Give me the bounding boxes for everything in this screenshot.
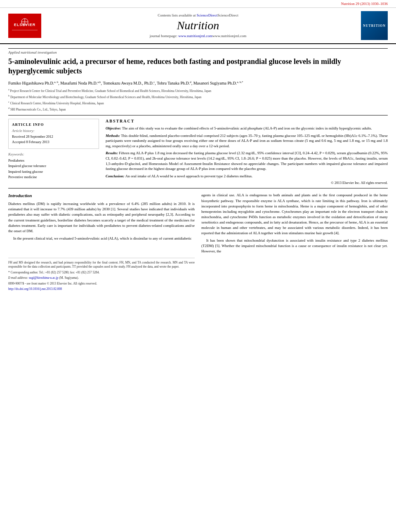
abstract-objective: Objective: The aim of this study was to … <box>106 126 388 131</box>
journal-center: Contents lists available at ScienceDirec… <box>41 13 355 38</box>
conclusion-text: An oral intake of ALA would be a novel a… <box>125 174 252 178</box>
top-bar: Nutrition 29 (2013) 1030–1036 <box>0 0 396 8</box>
keyword-1: Prediabetes <box>8 158 99 164</box>
doi-text: http://dx.doi.org/10.1016/j.nut.2013.02.… <box>8 287 195 292</box>
intro-para1: Diabetes mellitus (DM) is rapidly increa… <box>8 201 195 233</box>
email-label: E-mail address: <box>8 276 28 280</box>
citation-text: Nutrition 29 (2013) 1030–1036 <box>341 2 388 6</box>
abstract-methods: Methods: This double-blind, randomized p… <box>106 133 388 149</box>
body-section: Introduction Diabetes mellitus (DM) is r… <box>8 193 388 292</box>
abstract-title: ABSTRACT <box>106 119 388 123</box>
history-label: Article history: <box>12 128 95 134</box>
footnote-area: FH and MS designed the research, and had… <box>8 258 195 292</box>
affiliation-b: b Department of Molecular Microbiology a… <box>8 94 388 99</box>
sciencedirect-link[interactable]: ScienceDirect <box>197 13 217 17</box>
date-section: Article history: Received 28 September 2… <box>12 128 95 145</box>
keywords-label: Keywords: <box>8 152 99 156</box>
article-info-box: ARTICLE INFO Article history: Received 2… <box>8 119 99 149</box>
article-info-abstract: ARTICLE INFO Article history: Received 2… <box>8 119 388 185</box>
intro-para4: It has been shown that mitochondrial dys… <box>201 238 388 254</box>
page-wrapper: Nutrition 29 (2013) 1030–1036 ELSEVIER <box>0 0 396 297</box>
keywords-section: Keywords: Prediabetes Impaired glucose t… <box>8 152 99 180</box>
abstract-copyright: © 2013 Elsevier Inc. All rights reserved… <box>106 181 388 185</box>
nutrition-badge: NUTRITION <box>361 11 388 40</box>
contents-text: Contents lists available at <box>158 13 196 17</box>
doi-link[interactable]: http://dx.doi.org/10.1016/j.nut.2013.02.… <box>8 287 62 291</box>
abstract-results: Results: Fifteen mg ALA-P plus 1.8 mg ir… <box>106 151 388 171</box>
article-info-title: ARTICLE INFO <box>12 122 95 127</box>
keyword-3: Impaired fasting glucose <box>8 169 99 175</box>
authors-line: Fumiko Higashikawa Ph.D.a, b, Masafumi N… <box>8 80 388 85</box>
affiliation-d: d SBI Pharmaceuticals Co., Ltd., Tokyo, … <box>8 106 388 112</box>
contents-line: Contents lists available at ScienceDirec… <box>41 13 355 17</box>
divider-1 <box>8 115 388 115</box>
abstract-conclusion: Conclusion: An oral intake of ALA would … <box>106 174 388 179</box>
article-title: 5-aminolevulinic acid, a precursor of he… <box>8 57 388 76</box>
intro-para2: In the present clinical trial, we evalua… <box>8 236 195 241</box>
affiliation-c: c Clinical Research Center, Hiroshima Un… <box>8 100 388 106</box>
body-col-left: Introduction Diabetes mellitus (DM) is r… <box>8 193 195 292</box>
received-date: Received 28 September 2012 <box>12 134 95 140</box>
results-text: Fifteen mg ALA-P plus 1.8 mg iron decrea… <box>106 151 388 171</box>
keyword-2: Impaired glucose tolerance <box>8 163 99 169</box>
intro-para3: agents in clinical use. ALA is endogenou… <box>201 193 388 235</box>
body-col-right: agents in clinical use. ALA is endogenou… <box>201 193 388 292</box>
methods-text: This double-blind, randomized placebo-co… <box>106 134 388 148</box>
footnote-1: FH and MS designed the research, and had… <box>8 261 195 269</box>
footnote-3: E-mail address: sugi@hiroshima-u.ac.jp (… <box>8 276 195 280</box>
keyword-4: Preventive medicine <box>8 174 99 180</box>
elsevier-logo: ELSEVIER <box>8 14 41 38</box>
abstract-section: ABSTRACT Objective: The aim of this stud… <box>106 119 388 185</box>
two-col-body: Introduction Diabetes mellitus (DM) is r… <box>8 193 388 292</box>
affiliation-a: a Project Research Center for Clinical T… <box>8 88 388 93</box>
issn-text: 0899-9007/$ - see front matter © 2013 El… <box>8 282 195 286</box>
divider-2 <box>8 188 388 188</box>
journal-header: ELSEVIER Contents lists available at Sci… <box>0 8 396 44</box>
homepage-text: journal homepage: <box>150 34 177 38</box>
authors-full: Fumiko Higashikawa Ph.D.a, b, Masafumi N… <box>8 81 243 85</box>
footnote-2: * Corresponding author. Tel.: +81 (82) 2… <box>8 271 195 275</box>
homepage-link[interactable]: www.nutritionjrnl.com <box>178 34 212 38</box>
methods-label: Methods: <box>106 134 121 138</box>
affiliations: a Project Research Center for Clinical T… <box>8 88 388 112</box>
section-tag: Applied nutritional investigation <box>8 48 388 54</box>
journal-logo-right: NUTRITION <box>355 11 388 40</box>
accepted-date: Accepted 8 February 2013 <box>12 139 95 145</box>
results-label: Results: <box>106 151 119 155</box>
objective-text: The aim of this study was to evaluate th… <box>122 126 372 130</box>
badge-text: NUTRITION <box>363 24 386 28</box>
left-col: ARTICLE INFO Article history: Received 2… <box>8 119 99 185</box>
intro-heading: Introduction <box>8 193 195 199</box>
article-content: Applied nutritional investigation 5-amin… <box>0 44 396 297</box>
conclusion-label: Conclusion: <box>106 174 125 178</box>
homepage-line: journal homepage: www.nutritionjrnl.comw… <box>41 34 355 38</box>
email-link[interactable]: sugi@hiroshima-u.ac.jp <box>29 276 59 280</box>
right-col: ABSTRACT Objective: The aim of this stud… <box>106 119 388 185</box>
elsevier-logo-top: ELSEVIER <box>8 14 41 38</box>
journal-title: Nutrition <box>41 19 355 32</box>
objective-label: Objective: <box>106 126 122 130</box>
